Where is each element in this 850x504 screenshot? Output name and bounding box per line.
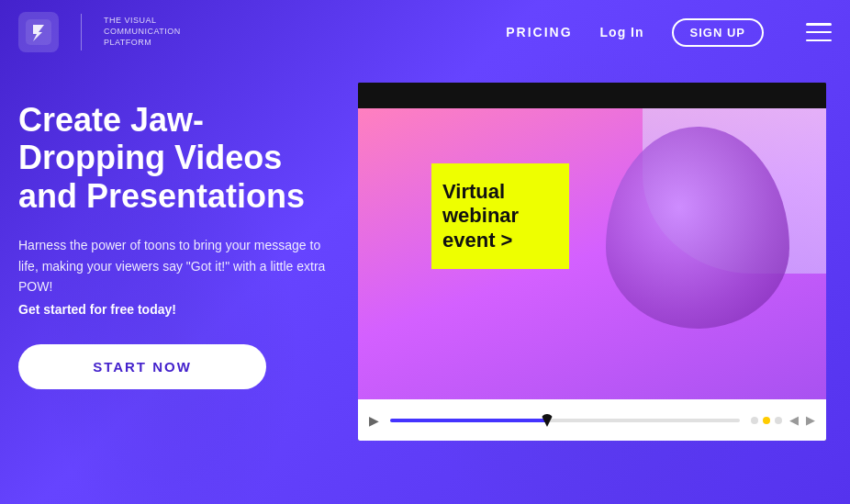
video-play-icon[interactable]: ▶ xyxy=(369,413,379,428)
logo-area: THE VISUAL COMMUNICATION PLATFORM xyxy=(18,12,181,52)
signup-button[interactable]: SIGN UP xyxy=(672,18,764,47)
header: THE VISUAL COMMUNICATION PLATFORM PRICIN… xyxy=(0,0,850,64)
hero-copy: Create Jaw-Dropping Videos and Presentat… xyxy=(18,92,330,389)
video-preview: Virtual webinar event > xyxy=(358,108,826,399)
video-next-arrow[interactable]: ▶ xyxy=(806,413,815,427)
video-top-bar xyxy=(358,83,826,108)
pricing-link[interactable]: PRICING xyxy=(506,25,572,39)
hamburger-line-3 xyxy=(806,39,832,42)
video-dot-3 xyxy=(775,417,782,424)
hero-subtext: Harness the power of toons to bring your… xyxy=(18,235,330,297)
video-controls-bar: ▶ ◀ ▶ xyxy=(358,399,826,441)
logo-tagline: THE VISUAL COMMUNICATION PLATFORM xyxy=(104,16,181,48)
hamburger-line-1 xyxy=(806,23,832,26)
hamburger-line-2 xyxy=(806,31,832,34)
video-slide-dots xyxy=(751,417,782,424)
powtoon-logo-svg xyxy=(26,19,51,45)
video-dot-1 xyxy=(751,417,758,424)
main-nav: PRICING Log In SIGN UP xyxy=(506,18,832,47)
login-link[interactable]: Log In xyxy=(600,25,644,39)
video-preview-section: Virtual webinar event > ▶ xyxy=(358,83,832,441)
logo-text-area: THE VISUAL COMMUNICATION PLATFORM xyxy=(104,16,181,48)
start-now-button[interactable]: START NOW xyxy=(18,344,266,389)
hero-headline: Create Jaw-Dropping Videos and Presentat… xyxy=(18,101,330,215)
video-container: Virtual webinar event > ▶ xyxy=(358,83,826,441)
video-yellow-card: Virtual webinar event > xyxy=(431,163,569,269)
video-card-text: Virtual webinar event > xyxy=(442,180,558,252)
video-progress-fill xyxy=(390,419,547,422)
video-dot-2 xyxy=(763,417,770,424)
hamburger-menu[interactable] xyxy=(806,23,832,41)
hero-cta-text: Get started for free today! xyxy=(18,302,330,317)
logo-icon xyxy=(18,12,59,52)
main-content: Create Jaw-Dropping Videos and Presentat… xyxy=(0,64,850,504)
video-progress-bar[interactable] xyxy=(390,419,740,422)
logo-divider xyxy=(81,14,82,50)
video-prev-arrow[interactable]: ◀ xyxy=(789,413,799,427)
